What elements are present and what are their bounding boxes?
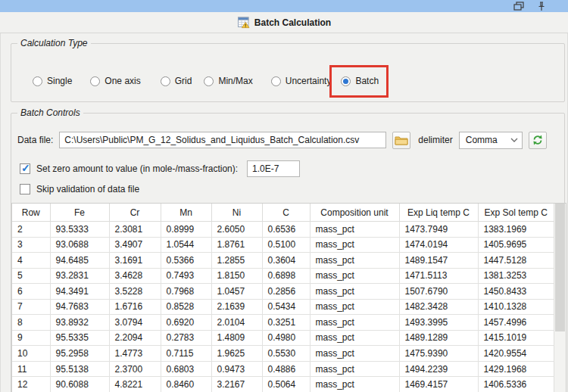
table-cell[interactable]: mass_pct — [310, 377, 399, 392]
table-row[interactable]: 1095.29581.47730.71151.96250.5530mass_pc… — [12, 346, 554, 362]
radio-min-max[interactable]: Min/Max — [204, 76, 252, 86]
table-cell[interactable]: 1410.1328 — [478, 299, 554, 315]
table-cell[interactable]: 1474.0194 — [399, 237, 478, 253]
table-cell[interactable]: 0.4886 — [262, 361, 310, 377]
table-cell[interactable]: 0.7493 — [161, 268, 211, 284]
column-header[interactable]: Exp Sol temp C — [478, 204, 554, 222]
table-row[interactable]: 393.06883.49071.05441.87610.5100mass_pct… — [12, 237, 554, 253]
table-cell[interactable]: 1383.1969 — [478, 222, 554, 238]
radio-one-axis[interactable]: One axis — [90, 76, 140, 86]
table-cell[interactable]: 3.1691 — [109, 253, 161, 269]
table-cell[interactable]: 0.7115 — [161, 346, 211, 362]
zero-amount-value-input[interactable] — [247, 160, 300, 177]
table-cell[interactable]: 1475.9390 — [399, 346, 478, 362]
table-cell[interactable]: 90.6088 — [50, 377, 109, 392]
table-cell[interactable]: 0.7968 — [161, 284, 211, 300]
column-header[interactable]: Cr — [109, 204, 161, 222]
table-cell[interactable]: 1457.4996 — [478, 315, 554, 331]
table-row[interactable]: 794.76831.67160.85282.16390.5434mass_pct… — [12, 299, 554, 315]
table-cell[interactable]: 0.5530 — [262, 346, 310, 362]
table-cell[interactable]: 93.2831 — [50, 268, 109, 284]
scrollbar-thumb[interactable] — [555, 204, 565, 331]
table-cell[interactable]: 4 — [12, 253, 50, 269]
table-cell[interactable]: 0.8999 — [161, 222, 211, 238]
column-header[interactable]: Exp Liq temp C — [399, 204, 478, 222]
table-cell[interactable]: 1405.9695 — [478, 237, 554, 253]
table-cell[interactable]: 93.5333 — [50, 222, 109, 238]
table-cell[interactable]: 0.8460 — [161, 377, 211, 392]
table-cell[interactable]: mass_pct — [310, 315, 399, 331]
table-cell[interactable]: 1.0457 — [211, 284, 262, 300]
table-cell[interactable]: 95.5138 — [50, 361, 109, 377]
table-cell[interactable]: 0.6803 — [161, 361, 211, 377]
table-cell[interactable]: mass_pct — [310, 237, 399, 253]
table-cell[interactable]: mass_pct — [310, 268, 399, 284]
table-cell[interactable]: 2.6050 — [211, 222, 262, 238]
zero-amount-checkbox[interactable] — [20, 163, 30, 174]
table-cell[interactable]: 1473.7949 — [399, 222, 478, 238]
browse-file-button[interactable] — [392, 132, 410, 149]
table-cell[interactable]: 0.6536 — [262, 222, 310, 238]
table-cell[interactable]: 2 — [12, 222, 50, 238]
table-row[interactable]: 494.64853.16910.53661.28550.3604mass_pct… — [12, 253, 554, 269]
table-cell[interactable]: 1429.1968 — [478, 361, 554, 377]
column-header[interactable]: Row — [12, 204, 50, 222]
table-cell[interactable]: 3.4628 — [109, 268, 161, 284]
table-row[interactable]: 1290.60884.82210.84603.21670.5064mass_pc… — [12, 377, 554, 392]
table-cell[interactable]: 3.4907 — [109, 237, 161, 253]
table-cell[interactable]: 0.3604 — [262, 253, 310, 269]
table-cell[interactable]: 0.3251 — [262, 315, 310, 331]
data-file-input[interactable] — [59, 132, 386, 148]
table-cell[interactable]: mass_pct — [310, 330, 399, 346]
table-row[interactable]: 1195.51382.37000.68030.94730.4886mass_pc… — [12, 361, 554, 377]
table-cell[interactable]: 1489.1289 — [399, 330, 478, 346]
table-cell[interactable]: 0.6920 — [161, 315, 211, 331]
table-cell[interactable]: 1469.4157 — [399, 377, 478, 392]
reload-data-button[interactable] — [529, 132, 547, 149]
table-cell[interactable]: 0.5434 — [262, 299, 310, 315]
radio-uncertainty[interactable]: Uncertainty — [271, 76, 332, 86]
table-cell[interactable]: 93.8932 — [50, 315, 109, 331]
table-cell[interactable]: 0.8528 — [161, 299, 211, 315]
table-cell[interactable]: 1450.8433 — [478, 284, 554, 300]
table-cell[interactable]: 5 — [12, 268, 50, 284]
table-cell[interactable]: 1493.3995 — [399, 315, 478, 331]
table-cell[interactable]: 2.3700 — [109, 361, 161, 377]
table-cell[interactable]: 1482.3428 — [399, 299, 478, 315]
radio-batch[interactable]: Batch — [341, 76, 379, 86]
table-row[interactable]: 694.34913.52280.79681.04570.2856mass_pct… — [12, 284, 554, 300]
column-header[interactable]: C — [262, 204, 310, 222]
table-cell[interactable]: mass_pct — [310, 253, 399, 269]
table-cell[interactable]: 3 — [12, 237, 50, 253]
table-vertical-scrollbar[interactable] — [554, 204, 566, 392]
table-cell[interactable]: 3.0794 — [109, 315, 161, 331]
table-cell[interactable]: 0.6898 — [262, 268, 310, 284]
table-cell[interactable]: 94.6485 — [50, 253, 109, 269]
table-cell[interactable]: 0.9473 — [211, 361, 262, 377]
table-cell[interactable]: 0.5100 — [262, 237, 310, 253]
table-cell[interactable]: 10 — [12, 346, 50, 362]
table-cell[interactable]: 2.0104 — [211, 315, 262, 331]
table-cell[interactable]: mass_pct — [310, 346, 399, 362]
skip-validation-checkbox[interactable] — [20, 184, 30, 194]
table-cell[interactable]: 0.4980 — [262, 330, 310, 346]
table-cell[interactable]: 95.2958 — [50, 346, 109, 362]
table-cell[interactable]: 1420.9554 — [478, 346, 554, 362]
table-cell[interactable]: 11 — [12, 361, 50, 377]
table-cell[interactable]: 1.0544 — [161, 237, 211, 253]
table-cell[interactable]: 95.5335 — [50, 330, 109, 346]
table-cell[interactable]: mass_pct — [310, 299, 399, 315]
table-cell[interactable]: mass_pct — [310, 361, 399, 377]
table-cell[interactable]: 1.6716 — [109, 299, 161, 315]
column-header[interactable]: Mn — [161, 204, 211, 222]
table-cell[interactable]: 0.2856 — [262, 284, 310, 300]
table-cell[interactable]: mass_pct — [310, 284, 399, 300]
table-row[interactable]: 893.89323.07940.69202.01040.3251mass_pct… — [12, 315, 554, 331]
table-cell[interactable]: 0.2783 — [161, 330, 211, 346]
table-row[interactable]: 593.28313.46280.74931.81500.6898mass_pct… — [12, 268, 554, 284]
table-cell[interactable]: 1415.1019 — [478, 330, 554, 346]
table-cell[interactable]: 7 — [12, 299, 50, 315]
table-cell[interactable]: 9 — [12, 330, 50, 346]
table-cell[interactable]: 6 — [12, 284, 50, 300]
table-cell[interactable]: 1447.5128 — [478, 253, 554, 269]
